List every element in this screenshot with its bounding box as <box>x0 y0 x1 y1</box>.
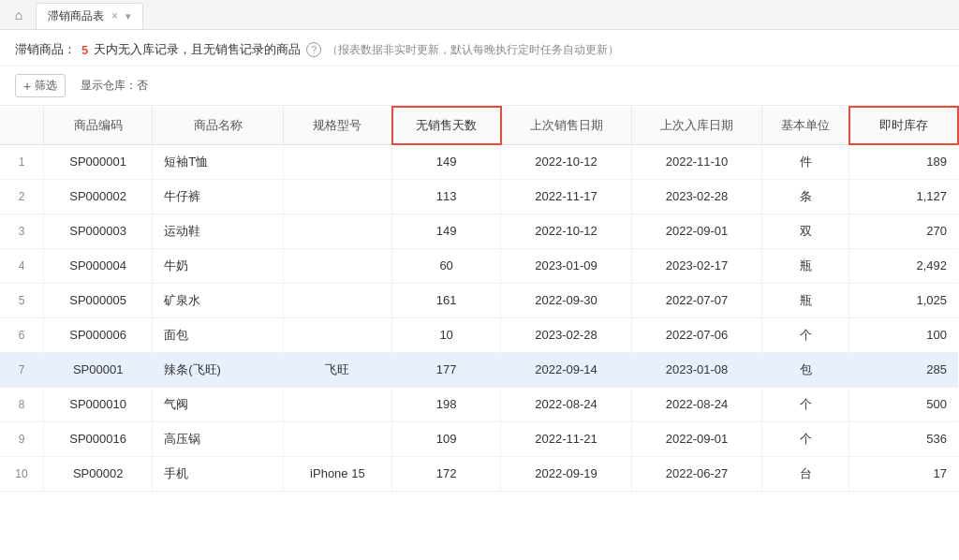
cell-unit: 双 <box>762 214 849 248</box>
table-row[interactable]: 6SP000006面包102023-02-282022-07-06个100 <box>0 317 958 352</box>
table-body: 1SP000001短袖T恤1492022-10-122022-11-10件189… <box>0 144 958 491</box>
cell-inventory: 100 <box>849 317 958 352</box>
col-header-last-stock: 上次入库日期 <box>631 107 762 144</box>
cell-lastStockDate: 2022-06-27 <box>631 456 762 491</box>
cell-lastStockDate: 2022-09-01 <box>631 421 762 456</box>
cell-spec <box>283 144 391 179</box>
cell-name: 运动鞋 <box>153 214 284 248</box>
warehouse-label: 显示仓库：否 <box>81 78 148 94</box>
close-icon[interactable]: × <box>111 9 118 22</box>
cell-code: SP00001 <box>44 352 153 387</box>
cell-lastStockDate: 2022-08-24 <box>631 387 762 421</box>
cell-lastSaleDate: 2023-02-28 <box>501 317 632 352</box>
cell-spec <box>283 214 391 248</box>
cell-lastStockDate: 2023-02-28 <box>631 179 762 214</box>
col-header-code: 商品编码 <box>44 107 153 144</box>
cell-lastStockDate: 2023-01-08 <box>631 352 762 387</box>
cell-inventory: 536 <box>849 421 958 456</box>
cell-days: 198 <box>392 387 501 421</box>
cell-index: 2 <box>0 179 44 214</box>
cell-inventory: 500 <box>849 387 958 421</box>
title-bar: ⌂ 滞销商品表 × ▾ <box>0 0 959 30</box>
middle-text: 天内无入库记录，且无销售记录的商品 <box>94 41 301 58</box>
days-value: 5 <box>81 43 88 57</box>
cell-unit: 瓶 <box>762 283 849 317</box>
table-row[interactable]: 7SP00001辣条(飞旺)飞旺1772022-09-142023-01-08包… <box>0 352 958 387</box>
page-title-row: 滞销商品： 5 天内无入库记录，且无销售记录的商品 ? （报表数据非实时更新，默… <box>15 41 944 58</box>
cell-lastSaleDate: 2022-11-21 <box>501 421 632 456</box>
cell-name: 高压锅 <box>153 421 284 456</box>
cell-name: 牛奶 <box>153 248 284 283</box>
cell-lastSaleDate: 2022-08-24 <box>501 387 632 421</box>
plus-icon: + <box>23 79 31 94</box>
table-row[interactable]: 9SP000016高压锅1092022-11-212022-09-01个536 <box>0 421 958 456</box>
cell-days: 177 <box>392 352 501 387</box>
app-container: ⌂ 滞销商品表 × ▾ 滞销商品： 5 天内无入库记录，且无销售记录的商品 ? … <box>0 0 959 560</box>
cell-lastSaleDate: 2023-01-09 <box>501 248 632 283</box>
cell-code: SP000010 <box>44 387 153 421</box>
table-row[interactable]: 4SP000004牛奶602023-01-092023-02-17瓶2,492 <box>0 248 958 283</box>
info-icon[interactable]: ? <box>306 42 321 57</box>
cell-days: 10 <box>392 317 501 352</box>
col-header-days: 无销售天数 <box>392 107 501 144</box>
cell-name: 辣条(飞旺) <box>153 352 284 387</box>
cell-name: 矿泉水 <box>153 283 284 317</box>
main-tab[interactable]: 滞销商品表 × ▾ <box>36 3 143 29</box>
cell-inventory: 1,025 <box>849 283 958 317</box>
cell-inventory: 270 <box>849 214 958 248</box>
table-row[interactable]: 10SP00002手机iPhone 151722022-09-192022-06… <box>0 456 958 491</box>
cell-lastSaleDate: 2022-10-12 <box>501 214 632 248</box>
cell-spec <box>283 283 391 317</box>
home-icon[interactable]: ⌂ <box>7 4 30 26</box>
cell-name: 短袖T恤 <box>153 144 284 179</box>
table-row[interactable]: 8SP000010气阀1982022-08-242022-08-24个500 <box>0 387 958 421</box>
cell-days: 149 <box>392 144 501 179</box>
cell-spec: iPhone 15 <box>283 456 391 491</box>
cell-index: 6 <box>0 317 44 352</box>
cell-code: SP000006 <box>44 317 153 352</box>
cell-spec <box>283 387 391 421</box>
cell-name: 牛仔裤 <box>153 179 284 214</box>
cell-lastSaleDate: 2022-10-12 <box>501 144 632 179</box>
table-container: 商品编码 商品名称 规格型号 无销售天数 上次销售日期 上次入库日期 基本单位 … <box>0 106 959 560</box>
table-row[interactable]: 5SP000005矿泉水1612022-09-302022-07-07瓶1,02… <box>0 283 958 317</box>
cell-lastSaleDate: 2022-09-30 <box>501 283 632 317</box>
cell-index: 8 <box>0 387 44 421</box>
cell-days: 172 <box>392 456 501 491</box>
cell-unit: 瓶 <box>762 248 849 283</box>
table-row[interactable]: 3SP000003运动鞋1492022-10-122022-09-01双270 <box>0 214 958 248</box>
filter-label: 筛选 <box>35 78 57 94</box>
prefix-label: 滞销商品： <box>15 41 76 58</box>
table-row[interactable]: 2SP000002牛仔裤1132022-11-172023-02-28条1,12… <box>0 179 958 214</box>
cell-code: SP00002 <box>44 456 153 491</box>
col-header-index <box>0 107 44 144</box>
cell-spec <box>283 421 391 456</box>
cell-inventory: 1,127 <box>849 179 958 214</box>
toolbar: + 筛选 显示仓库：否 <box>0 66 959 106</box>
cell-lastStockDate: 2022-09-01 <box>631 214 762 248</box>
col-header-name: 商品名称 <box>153 107 284 144</box>
cell-index: 7 <box>0 352 44 387</box>
cell-days: 60 <box>392 248 501 283</box>
cell-unit: 个 <box>762 421 849 456</box>
data-table: 商品编码 商品名称 规格型号 无销售天数 上次销售日期 上次入库日期 基本单位 … <box>0 106 959 492</box>
cell-index: 1 <box>0 144 44 179</box>
filter-button[interactable]: + 筛选 <box>15 74 66 97</box>
cell-lastSaleDate: 2022-09-14 <box>501 352 632 387</box>
cell-unit: 个 <box>762 317 849 352</box>
cell-spec: 飞旺 <box>283 352 391 387</box>
cell-name: 手机 <box>153 456 284 491</box>
cell-days: 161 <box>392 283 501 317</box>
table-row[interactable]: 1SP000001短袖T恤1492022-10-122022-11-10件189 <box>0 144 958 179</box>
cell-code: SP000004 <box>44 248 153 283</box>
col-header-inventory: 即时库存 <box>849 107 958 144</box>
chevron-down-icon[interactable]: ▾ <box>125 10 131 22</box>
cell-index: 3 <box>0 214 44 248</box>
cell-index: 5 <box>0 283 44 317</box>
tab-label: 滞销商品表 <box>48 8 104 24</box>
cell-unit: 包 <box>762 352 849 387</box>
cell-unit: 个 <box>762 387 849 421</box>
page-header: 滞销商品： 5 天内无入库记录，且无销售记录的商品 ? （报表数据非实时更新，默… <box>0 30 959 66</box>
table-header-row: 商品编码 商品名称 规格型号 无销售天数 上次销售日期 上次入库日期 基本单位 … <box>0 107 958 144</box>
cell-name: 面包 <box>153 317 284 352</box>
